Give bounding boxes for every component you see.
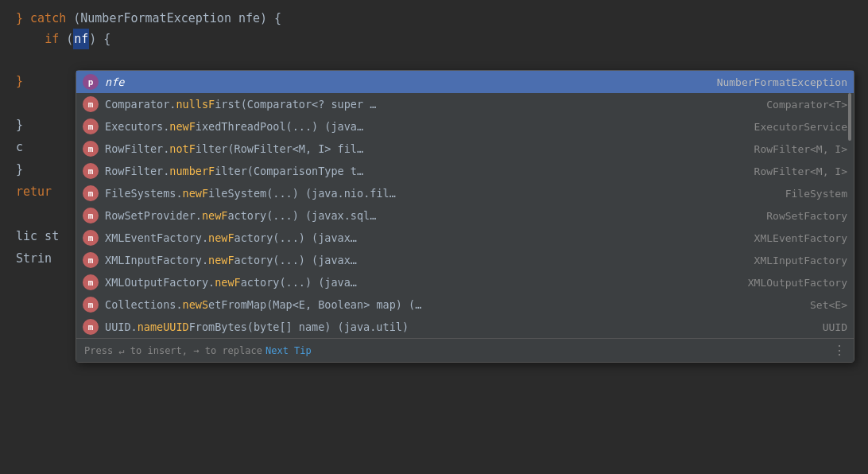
ac-type-2: ExecutorService <box>754 121 847 133</box>
ac-item-10[interactable]: m Collections.newSetFromMap(Map<E, Boole… <box>76 293 854 316</box>
ac-label-4: RowFilter.numberFilter(ComparisonType t… <box>105 165 742 177</box>
code-line-1: } catch (NumberFormatException nfe) { <box>16 8 852 29</box>
ac-item-7[interactable]: m XMLEventFactory.newFactory(...) (javax… <box>76 227 854 249</box>
more-options-icon[interactable]: ⋮ <box>833 343 846 358</box>
ac-icon-m-2: m <box>83 118 99 134</box>
ac-item-5[interactable]: m FileSystems.newFileSystem(...) (java.n… <box>76 182 854 204</box>
ac-item-11[interactable]: m UUID.nameUUIDFromBytes(byte[] name) (j… <box>76 316 854 338</box>
ac-type-8: XMLInputFactory <box>754 254 847 266</box>
ac-item-1[interactable]: m Comparator.nullsFirst(Comparator<? sup… <box>76 93 854 115</box>
ac-icon-m-6: m <box>83 208 99 223</box>
ac-item-3[interactable]: m RowFilter.notFilter(RowFilter<M, I> fi… <box>76 138 854 160</box>
ac-label-8: XMLInputFactory.newFactory(...) (javax… <box>105 254 742 266</box>
ac-icon-m-10: m <box>83 297 99 313</box>
autocomplete-dropdown: p nfe NumberFormatException m Comparator… <box>76 70 854 363</box>
code-lines-behind: } } c } retur lic st Strin <box>16 70 59 270</box>
autocomplete-footer: Press ↵ to insert, → to replace Next Tip… <box>76 338 854 362</box>
ac-label-11: UUID.nameUUIDFromBytes(byte[] name) (jav… <box>105 321 810 333</box>
ac-label-7: XMLEventFactory.newFactory(...) (javax… <box>105 231 742 244</box>
ac-item-0[interactable]: p nfe NumberFormatException <box>76 71 854 93</box>
ac-icon-m-8: m <box>83 252 99 268</box>
ac-label-3: RowFilter.notFilter(RowFilter<M, I> fil… <box>105 142 742 155</box>
ac-type-7: XMLEventFactory <box>754 232 847 244</box>
footer-hint-text: Press ↵ to insert, → to replace <box>84 345 262 356</box>
ac-item-6[interactable]: m RowSetProvider.newFactory(...) (javax.… <box>76 204 854 227</box>
ac-label-1: Comparator.nullsFirst(Comparator<? super… <box>105 98 754 111</box>
ac-icon-m-4: m <box>83 163 99 179</box>
ac-type-0: NumberFormatException <box>717 76 847 88</box>
ac-label-2: Executors.newFixedThreadPool(...) (java… <box>105 120 742 133</box>
ac-type-10: Set<E> <box>810 299 847 311</box>
ac-type-9: XMLOutputFactory <box>748 277 847 289</box>
ac-item-2[interactable]: m Executors.newFixedThreadPool(...) (jav… <box>76 115 854 138</box>
ac-label-0: nfe <box>105 76 704 88</box>
ac-label-5: FileSystems.newFileSystem(...) (java.nio… <box>105 187 773 200</box>
scroll-indicator[interactable] <box>848 93 851 141</box>
ac-label-10: Collections.newSetFromMap(Map<E, Boolean… <box>105 298 797 311</box>
ac-type-6: RowSetFactory <box>766 210 847 222</box>
ac-item-9[interactable]: m XMLOutputFactory.newFactory(...) (java… <box>76 271 854 293</box>
ac-icon-p: p <box>83 74 99 90</box>
ac-icon-m-7: m <box>83 230 99 246</box>
ac-type-5: FileSystem <box>785 188 847 200</box>
ac-item-8[interactable]: m XMLInputFactory.newFactory(...) (javax… <box>76 249 854 271</box>
ac-icon-m-1: m <box>83 96 99 112</box>
code-line-2: if (nf) { <box>16 29 852 49</box>
next-tip-button[interactable]: Next Tip <box>265 345 312 356</box>
ac-type-4: RowFilter<M, I> <box>754 165 847 177</box>
ac-icon-m-5: m <box>83 185 99 201</box>
ac-type-3: RowFilter<M, I> <box>754 143 847 155</box>
ac-label-6: RowSetProvider.newFactory(...) (javax.sq… <box>105 209 754 222</box>
ac-icon-m-9: m <box>83 274 99 290</box>
ac-type-11: UUID <box>823 321 847 333</box>
ac-type-1: Comparator<T> <box>766 99 847 111</box>
ac-label-9: XMLOutputFactory.newFactory(...) (java… <box>105 276 735 289</box>
ac-item-4[interactable]: m RowFilter.numberFilter(ComparisonType … <box>76 160 854 182</box>
ac-icon-m-11: m <box>83 319 99 335</box>
ac-icon-m-3: m <box>83 141 99 157</box>
